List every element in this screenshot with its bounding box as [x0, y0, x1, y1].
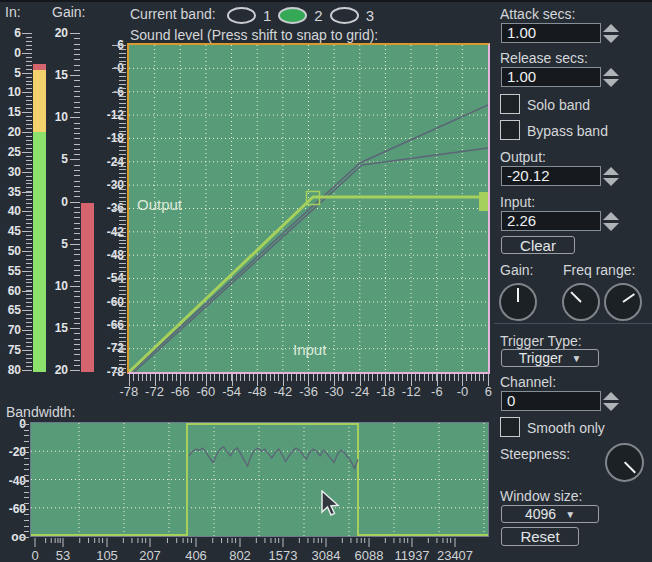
in-meter-minor-ticks: [26, 33, 32, 373]
window-size-label: Window size:: [500, 488, 582, 504]
x-tick-label: -42: [270, 384, 296, 399]
compression-curve-canvas[interactable]: [129, 45, 488, 372]
in-scale-tick: 50: [0, 243, 21, 259]
x-tick-label: -18: [373, 384, 399, 399]
in-scale-tick: 30: [0, 164, 21, 180]
gain-knob-pointer: [517, 288, 519, 302]
in-scale-tick: 20: [0, 124, 21, 140]
x-tick-label: -36: [296, 384, 322, 399]
release-spin-up-icon[interactable]: [603, 68, 619, 76]
gain-meter-label: Gain:: [52, 4, 85, 20]
bw-x-tick-label: 0: [31, 548, 38, 562]
in-meter-label: In:: [5, 4, 21, 20]
sound-graph-x-labels: -78-72-66-60-54-48-42-36-30-24-18-12-6-0…: [116, 384, 501, 399]
band-2-radio[interactable]: [278, 7, 307, 24]
freq-high-knob-pointer: [622, 293, 635, 303]
band-range-canvas[interactable]: [31, 423, 488, 536]
gain-scale-tick: 15: [44, 67, 68, 83]
in-scale-tick: 55: [0, 263, 21, 279]
x-tick-label: -0: [450, 384, 476, 399]
input-spin-down-icon[interactable]: [603, 223, 619, 231]
in-scale-tick: 15: [0, 104, 21, 120]
attack-label: Attack secs:: [500, 6, 575, 22]
attack-spinner: [603, 23, 619, 44]
gain-knob-label: Gain:: [500, 262, 533, 278]
output-spin-down-icon[interactable]: [603, 178, 619, 186]
gain-scale-tick: 10: [44, 278, 68, 294]
reset-button[interactable]: Reset: [501, 527, 579, 546]
bw-x-tick-label: 207: [139, 548, 161, 562]
in-scale-tick: 6: [0, 25, 21, 41]
x-tick-label: -12: [398, 384, 424, 399]
sound-graph-y-minor-ticks: [119, 45, 126, 373]
x-tick-label: -30: [321, 384, 347, 399]
band-1-radio[interactable]: [227, 7, 256, 24]
attack-spin-down-icon[interactable]: [603, 35, 619, 43]
band-1-label: 1: [263, 7, 271, 24]
x-tick-label: -66: [167, 384, 193, 399]
output-field-label: Output:: [500, 149, 546, 165]
trigger-type-dropdown[interactable]: Trigger ▼: [501, 349, 599, 367]
gain-scale-tick: 5: [44, 236, 68, 252]
input-spin-up-icon[interactable]: [603, 212, 619, 220]
panel-separator: [494, 323, 652, 324]
freq-high-knob[interactable]: [604, 283, 642, 321]
bandwidth-x-ticks: [31, 538, 488, 548]
input-spinner: [603, 211, 619, 232]
input-field-label: Input:: [500, 194, 535, 210]
attack-spin-up-icon[interactable]: [603, 24, 619, 32]
bandwidth-plot[interactable]: [30, 422, 489, 537]
steepness-label: Steepness:: [500, 446, 570, 462]
release-spin-down-icon[interactable]: [603, 79, 619, 87]
end-handle[interactable]: [479, 192, 488, 211]
trigger-type-value: Trigger: [519, 350, 563, 366]
x-tick-label: -60: [193, 384, 219, 399]
channel-label: Channel:: [500, 374, 556, 390]
output-spinner: [603, 166, 619, 187]
release-spinner: [603, 67, 619, 88]
in-scale-tick: 45: [0, 223, 21, 239]
input-input[interactable]: 2.26: [501, 211, 601, 231]
smooth-only-checkbox[interactable]: [500, 417, 520, 437]
band-3-label: 3: [366, 7, 374, 24]
channel-input[interactable]: 0: [501, 391, 601, 411]
compressor-band-panel: In: Gain: 605101520253035404550556065707…: [0, 0, 652, 562]
bypass-band-label: Bypass band: [527, 123, 608, 139]
bandwidth-y-minor-ticks: [24, 424, 29, 538]
release-input[interactable]: 1.00: [501, 67, 601, 87]
sound-graph-title: Sound level (Press shift to snap to grid…: [130, 27, 378, 43]
gain-scale-tick: 0: [44, 194, 68, 210]
band-spectrum: [189, 447, 358, 469]
output-spin-up-icon[interactable]: [603, 167, 619, 175]
bypass-band-checkbox[interactable]: [500, 120, 520, 140]
solo-band-checkbox[interactable]: [500, 94, 520, 114]
gain-knob[interactable]: [499, 283, 537, 321]
channel-spin-down-icon[interactable]: [603, 403, 619, 411]
attack-input[interactable]: 1.00: [501, 23, 601, 43]
bw-x-tick-label: 11937: [394, 548, 429, 562]
band-radio-group: 1 2 3: [227, 7, 374, 24]
clear-button[interactable]: Clear: [501, 236, 575, 254]
window-size-dropdown[interactable]: 4096 ▼: [501, 505, 599, 523]
band-2-label: 2: [314, 7, 322, 24]
bw-x-tick-label: 53: [56, 548, 70, 562]
gain-meter-scale: 201510505101520: [44, 25, 68, 378]
smooth-only-label: Smooth only: [527, 420, 605, 436]
band-3-radio[interactable]: [330, 7, 359, 24]
bw-x-tick-label: 3084: [312, 548, 341, 562]
bw-x-tick-label: 406: [185, 548, 207, 562]
freq-low-knob[interactable]: [562, 283, 600, 321]
reference-curve-a: [131, 105, 488, 372]
x-tick-label: 6: [475, 384, 501, 399]
steepness-knob[interactable]: [605, 443, 644, 482]
window-top-edge: [0, 0, 652, 2]
in-scale-tick: 65: [0, 302, 21, 318]
channel-spin-up-icon[interactable]: [603, 392, 619, 400]
x-tick-label: -6: [424, 384, 450, 399]
output-input[interactable]: -20.12: [501, 166, 601, 186]
bw-x-tick-label: 105: [96, 548, 118, 562]
current-band-label: Current band:: [130, 6, 216, 22]
in-scale-tick: 75: [0, 342, 21, 358]
bw-x-tick-label: 6088: [355, 548, 384, 562]
steepness-knob-pointer: [624, 462, 636, 474]
